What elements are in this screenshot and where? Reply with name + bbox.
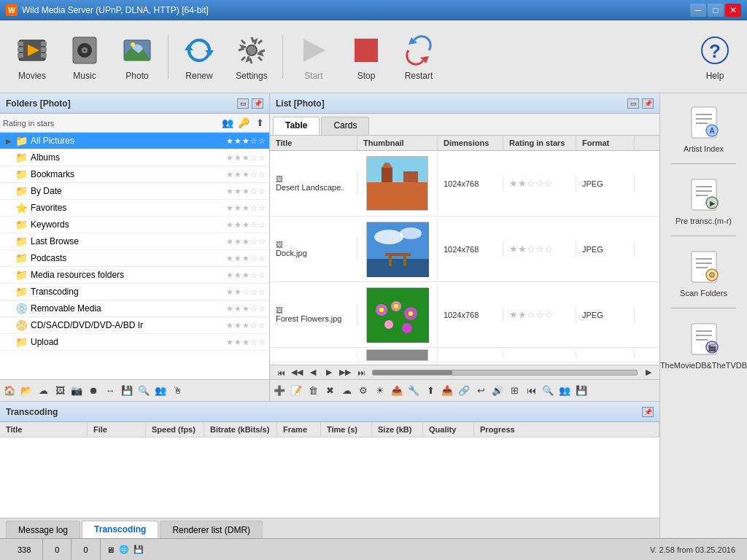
maximize-button[interactable]: □ bbox=[708, 4, 724, 17]
toolbar-music[interactable]: Music bbox=[58, 30, 111, 84]
sort-icon[interactable]: ⬆ bbox=[253, 117, 266, 130]
image-button[interactable]: 🖼 bbox=[52, 383, 68, 399]
col-header-rating: Rating in stars bbox=[503, 136, 576, 150]
list-pin-button[interactable]: 📌 bbox=[642, 98, 654, 109]
cloud-button[interactable]: ☁ bbox=[35, 383, 51, 399]
side-item-scan-folders[interactable]: ⚙ Scan Folders bbox=[663, 244, 744, 300]
users-button[interactable]: 👥 bbox=[152, 383, 169, 399]
tab-cards[interactable]: Cards bbox=[321, 117, 369, 135]
svg-point-46 bbox=[394, 304, 398, 308]
toolbar-stop[interactable]: Stop bbox=[340, 30, 392, 84]
stars-5: ★★★☆☆ bbox=[226, 220, 266, 230]
toolbar-start[interactable]: Start bbox=[287, 30, 340, 84]
nav-last[interactable]: ⏭ bbox=[353, 365, 369, 381]
tree-item[interactable]: ▶ 📁 All Pictures ★★★☆☆ bbox=[0, 133, 269, 149]
nav-play[interactable]: ▶ bbox=[321, 365, 337, 381]
open-folder-button[interactable]: 📂 bbox=[18, 383, 34, 399]
thumbnail-2 bbox=[366, 287, 428, 342]
camera-button[interactable]: 📷 bbox=[69, 383, 85, 399]
add-folder-button[interactable]: 🏠 bbox=[1, 383, 18, 399]
lb-grid[interactable]: ⊞ bbox=[506, 383, 522, 399]
list-panel-header: List [Photo] ▭ 📌 bbox=[270, 93, 659, 114]
minimize-button[interactable]: ─ bbox=[690, 4, 706, 17]
tree-item[interactable]: 📁 Keywords ★★★☆☆ bbox=[0, 217, 269, 233]
toolbar-movies[interactable]: Movies bbox=[6, 30, 58, 84]
tree-label-1: Albums bbox=[31, 152, 226, 163]
lb-search3[interactable]: 🔍 bbox=[540, 383, 556, 399]
toolbar-photo[interactable]: Photo bbox=[111, 30, 163, 84]
svg-point-35 bbox=[400, 228, 422, 239]
tree-item[interactable]: 📁 Bookmarks ★★★☆☆ bbox=[0, 166, 269, 183]
lb-export[interactable]: 📤 bbox=[389, 383, 405, 399]
lb-up[interactable]: ⬆ bbox=[422, 383, 438, 399]
photo-icon bbox=[120, 33, 155, 68]
panel-restore-button[interactable]: ▭ bbox=[237, 98, 249, 109]
lb-back[interactable]: ↩ bbox=[473, 383, 489, 399]
lb-link[interactable]: 🔗 bbox=[456, 383, 472, 399]
users-icon[interactable]: 👥 bbox=[221, 117, 234, 130]
table-row[interactable]: 🖼 Desert Landscape. bbox=[270, 151, 659, 217]
trans-pin-button[interactable]: 📌 bbox=[642, 407, 654, 417]
stars-3: ★★★☆☆ bbox=[226, 187, 266, 196]
nav-first[interactable]: ⏮ bbox=[273, 365, 289, 381]
tree-item[interactable]: 📁 Podcasts ★★★☆☆ bbox=[0, 250, 269, 267]
nav-prev[interactable]: ◀ bbox=[305, 365, 321, 381]
lb-audio[interactable]: 🔊 bbox=[489, 383, 506, 399]
trans-col-title: Title bbox=[0, 422, 88, 437]
tab-message-log[interactable]: Message log bbox=[6, 521, 80, 538]
tree-item[interactable]: 📀 CD/SACD/DVD/DVD-A/BD Ir ★★★☆☆ bbox=[0, 317, 269, 334]
lb-save2[interactable]: 💾 bbox=[573, 383, 589, 399]
folder-icon-7: 📁 bbox=[15, 252, 28, 265]
lb-bright[interactable]: ☀ bbox=[372, 383, 388, 399]
side-item-pre-transc[interactable]: ▶ Pre transc.(m-r) bbox=[663, 171, 744, 228]
tab-table[interactable]: Table bbox=[273, 117, 320, 135]
toolbar-help[interactable]: ? Help bbox=[689, 30, 741, 84]
table-row[interactable]: 🖼 Dock.jpg bbox=[270, 217, 659, 282]
lb-edit[interactable]: 📝 bbox=[288, 383, 304, 399]
rec-button[interactable]: ⏺ bbox=[85, 383, 101, 399]
lb-delete[interactable]: 🗑 bbox=[305, 383, 321, 399]
toolbar-settings[interactable]: Settings bbox=[225, 30, 278, 84]
scroll-track[interactable] bbox=[372, 370, 638, 376]
nav-next-page[interactable]: ▶▶ bbox=[337, 365, 353, 381]
lb-users2[interactable]: 👥 bbox=[557, 383, 573, 399]
side-item-artist-index[interactable]: A Artist Index bbox=[663, 99, 744, 156]
nav-prev-page[interactable]: ◀◀ bbox=[289, 365, 305, 381]
lb-add[interactable]: ➕ bbox=[271, 383, 287, 399]
cursor-button[interactable]: 🖱 bbox=[169, 383, 185, 399]
tree-content: ▶ 📁 All Pictures ★★★☆☆ 📁 Albums ★★★☆☆ bbox=[0, 133, 269, 379]
sync-button[interactable]: ↔ bbox=[102, 383, 118, 399]
folders-panel-header: Folders [Photo] ▭ 📌 bbox=[0, 93, 269, 114]
tree-item[interactable]: ⭐ Favorites ★★★☆☆ bbox=[0, 200, 269, 217]
search-icon[interactable]: 🔑 bbox=[237, 117, 250, 130]
svg-rect-8 bbox=[41, 53, 47, 58]
lb-config[interactable]: ⚙ bbox=[355, 383, 371, 399]
lb-import[interactable]: 📥 bbox=[439, 383, 455, 399]
nav-right[interactable]: ▶ bbox=[640, 365, 657, 381]
search2-button[interactable]: 🔍 bbox=[136, 383, 152, 399]
lb-cloud2[interactable]: ☁ bbox=[338, 383, 355, 399]
panel-pin-button[interactable]: 📌 bbox=[252, 98, 263, 109]
tree-item[interactable]: 📁 By Date ★★★☆☆ bbox=[0, 183, 269, 200]
settings-label: Settings bbox=[236, 71, 267, 81]
lb-prev2[interactable]: ⏮ bbox=[523, 383, 539, 399]
tree-item[interactable]: 📁 Upload ★★★☆☆ bbox=[0, 334, 269, 351]
toolbar-restart[interactable]: Restart bbox=[392, 30, 445, 84]
lb-cancel[interactable]: ✖ bbox=[322, 383, 338, 399]
tree-item[interactable]: 💿 Removable Media ★★★☆☆ bbox=[0, 300, 269, 317]
tree-item[interactable]: 📁 Transcoding ★★☆☆☆ bbox=[0, 284, 269, 300]
tree-expand-0[interactable]: ▶ bbox=[3, 137, 15, 145]
tree-item-last-browse[interactable]: 📁 Last Browse ★★★☆☆ bbox=[0, 233, 269, 250]
save-button[interactable]: 💾 bbox=[119, 383, 135, 399]
tab-transcoding[interactable]: Transcoding bbox=[82, 521, 158, 538]
table-row[interactable] bbox=[270, 348, 659, 362]
toolbar-renew[interactable]: Renew bbox=[173, 30, 225, 84]
tree-item-media-resources[interactable]: 📁 Media resources folders ★★★☆☆ bbox=[0, 267, 269, 284]
tab-renderer-list[interactable]: Renderer list (DMR) bbox=[160, 521, 263, 538]
side-item-moviedb[interactable]: 🎬 TheMovieDB&TheTVDB bbox=[663, 316, 744, 373]
list-restore-button[interactable]: ▭ bbox=[627, 98, 639, 109]
close-button[interactable]: ✕ bbox=[725, 4, 741, 17]
tree-item[interactable]: 📁 Albums ★★★☆☆ bbox=[0, 149, 269, 166]
lb-tools[interactable]: 🔧 bbox=[406, 383, 422, 399]
table-row[interactable]: 🖼 Forest Flowers.jpg bbox=[270, 282, 659, 348]
